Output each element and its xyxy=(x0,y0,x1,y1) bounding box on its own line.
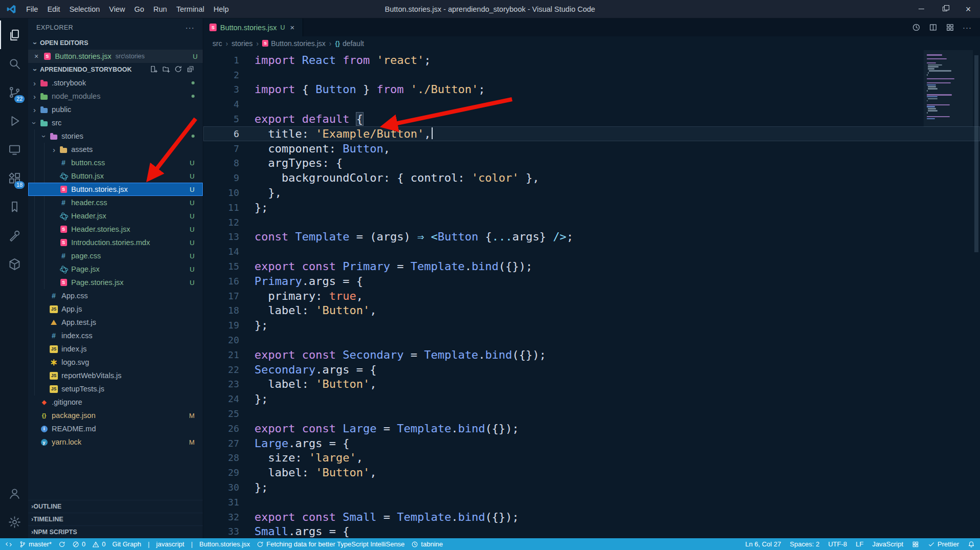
menu-go[interactable]: Go xyxy=(130,0,148,18)
code-line[interactable]: 32export const Small = Template.bind({})… xyxy=(203,510,980,524)
tree-file[interactable]: ›logo.svg xyxy=(28,356,203,369)
tree-file[interactable]: ›setupTests.js xyxy=(28,382,203,395)
activity-extensions[interactable]: 18 xyxy=(0,164,28,192)
activity-settings[interactable] xyxy=(0,508,28,536)
tree-file[interactable]: ›index.js xyxy=(28,342,203,356)
active-file[interactable]: Button.stories.jsx xyxy=(199,540,250,548)
tree-file[interactable]: ›package.jsonM xyxy=(28,409,203,422)
tree-file[interactable]: ›index.css xyxy=(28,329,203,342)
code-line[interactable]: 23 label: 'Button', xyxy=(203,377,980,392)
activity-search[interactable] xyxy=(0,49,28,78)
code-line[interactable]: 14 xyxy=(203,244,980,259)
activity-explorer[interactable] xyxy=(0,20,28,49)
problems-errors[interactable]: 0 xyxy=(72,540,86,548)
tree-folder[interactable]: ›.storybook xyxy=(28,76,203,90)
code-line[interactable]: 3import { Button } from './Button'; xyxy=(203,82,980,97)
code-line[interactable]: 1import React from 'react'; xyxy=(203,53,980,68)
scrollbar[interactable] xyxy=(974,55,978,252)
tree-file[interactable]: ›Page.stories.jsxU xyxy=(28,276,203,289)
tree-file[interactable]: ›Button.jsxU xyxy=(28,169,203,183)
editor-layout-icon[interactable] xyxy=(946,23,954,32)
activity-tools[interactable] xyxy=(0,221,28,250)
explorer-more-actions-icon[interactable]: ··· xyxy=(185,23,195,32)
tree-file[interactable]: ›header.cssU xyxy=(28,196,203,209)
breadcrumb-stories[interactable]: stories xyxy=(231,39,252,48)
eol[interactable]: LF xyxy=(856,540,863,548)
menu-selection[interactable]: Selection xyxy=(65,0,104,18)
tree-file[interactable]: ›.gitignore xyxy=(28,395,203,409)
code-line[interactable]: 30}; xyxy=(203,480,980,495)
remote-indicator[interactable] xyxy=(5,541,12,548)
tree-folder[interactable]: ›src xyxy=(28,116,203,129)
breadcrumb-button-stories-jsx[interactable]: SButton.stories.jsx xyxy=(262,39,326,48)
code-line[interactable]: 28 size: 'large', xyxy=(203,451,980,466)
git-graph[interactable]: Git Graph xyxy=(112,540,141,548)
tree-folder[interactable]: ›public xyxy=(28,103,203,116)
code-line[interactable]: 11}; xyxy=(203,200,980,215)
tree-file[interactable]: ›Introduction.stories.mdxU xyxy=(28,236,203,249)
encoding[interactable]: UTF-8 xyxy=(828,540,847,548)
tree-file[interactable]: ›page.cssU xyxy=(28,249,203,262)
timeline-icon[interactable] xyxy=(912,23,921,32)
indentation[interactable]: Spaces: 2 xyxy=(790,540,820,548)
code-line[interactable]: 5export default { xyxy=(203,112,980,126)
code-line[interactable]: 24}; xyxy=(203,391,980,406)
code-line[interactable]: 17 primary: true, xyxy=(203,289,980,303)
open-editors-header[interactable]: › OPEN EDITORS xyxy=(28,36,203,50)
tree-file[interactable]: ›App.js xyxy=(28,302,203,316)
open-editor-item[interactable]: × Button.stories.jsx src\stories U xyxy=(28,50,203,63)
code-line[interactable]: 20 xyxy=(203,333,980,347)
menu-file[interactable]: File xyxy=(22,0,42,18)
tree-file[interactable]: ›yarn.lockM xyxy=(28,435,203,449)
code-line[interactable]: 33Small.args = { xyxy=(203,524,980,539)
code-line[interactable]: 31 xyxy=(203,495,980,510)
menu-run[interactable]: Run xyxy=(149,0,172,18)
split-editor-icon[interactable] xyxy=(929,23,938,32)
close-icon[interactable]: × xyxy=(956,0,980,18)
activity-account[interactable] xyxy=(0,479,28,508)
sync-changes[interactable] xyxy=(58,541,66,548)
menu-help[interactable]: Help xyxy=(209,0,233,18)
code-line[interactable]: 29 label: 'Button', xyxy=(203,465,980,480)
code-line[interactable]: 27Large.args = { xyxy=(203,436,980,451)
tab-button-stories[interactable]: S Button.stories.jsx U × xyxy=(203,18,303,36)
tree-file[interactable]: ›Header.stories.jsxU xyxy=(28,223,203,236)
code-line[interactable]: 16Primary.args = { xyxy=(203,274,980,289)
tabnine-status[interactable] xyxy=(912,541,919,548)
code-line[interactable]: 19}; xyxy=(203,318,980,333)
typescript-intellisense[interactable]: Fetching data for better TypeScript Inte… xyxy=(257,540,404,548)
code-line[interactable]: 25 xyxy=(203,406,980,421)
section-timeline[interactable]: ›TIMELINE xyxy=(28,513,203,525)
tree-file[interactable]: ›Page.jsxU xyxy=(28,262,203,276)
code-line[interactable]: 13const Template = (args) ⇒ <Button {...… xyxy=(203,230,980,245)
menu-view[interactable]: View xyxy=(104,0,130,18)
section-npm-scripts[interactable]: ›NPM SCRIPTS xyxy=(28,525,203,538)
code-line[interactable]: 21export const Secondary = Template.bind… xyxy=(203,347,980,362)
code-line[interactable]: 6 title: 'Example/Button', xyxy=(203,126,980,141)
code-line[interactable]: 9 backgroundColor: { control: 'color' }, xyxy=(203,170,980,185)
tree-file[interactable]: ›App.css xyxy=(28,289,203,302)
activity-source-control[interactable]: 22 xyxy=(0,78,28,106)
tree-file[interactable]: ›README.md xyxy=(28,422,203,435)
section-outline[interactable]: ›OUTLINE xyxy=(28,500,203,513)
code-line[interactable]: 8 argTypes: { xyxy=(203,156,980,171)
notifications[interactable] xyxy=(968,541,975,548)
code-line[interactable]: 15export const Primary = Template.bind({… xyxy=(203,259,980,274)
tabnine[interactable]: tabnine xyxy=(411,540,443,548)
menu-terminal[interactable]: Terminal xyxy=(172,0,209,18)
tree-file[interactable]: ›App.test.js xyxy=(28,316,203,329)
problems-warnings[interactable]: 0 xyxy=(92,540,105,548)
menu-edit[interactable]: Edit xyxy=(42,0,65,18)
code-line[interactable]: 4 xyxy=(203,97,980,112)
activity-remote-explorer[interactable] xyxy=(0,135,28,164)
activity-run-and-debug[interactable] xyxy=(0,106,28,135)
tree-folder[interactable]: ›stories xyxy=(28,129,203,143)
project-root-header[interactable]: › APRENDIENDO_STORYBOOK xyxy=(28,63,203,76)
code-line[interactable]: 18 label: 'Button', xyxy=(203,303,980,318)
language-indicator[interactable]: javascript xyxy=(156,540,184,548)
minimize-icon[interactable] xyxy=(909,0,933,18)
code-line[interactable]: 26export const Large = Template.bind({})… xyxy=(203,421,980,436)
code-line[interactable]: 10 }, xyxy=(203,185,980,200)
tree-file[interactable]: ›button.cssU xyxy=(28,156,203,169)
close-tab-icon[interactable]: × xyxy=(290,23,294,32)
